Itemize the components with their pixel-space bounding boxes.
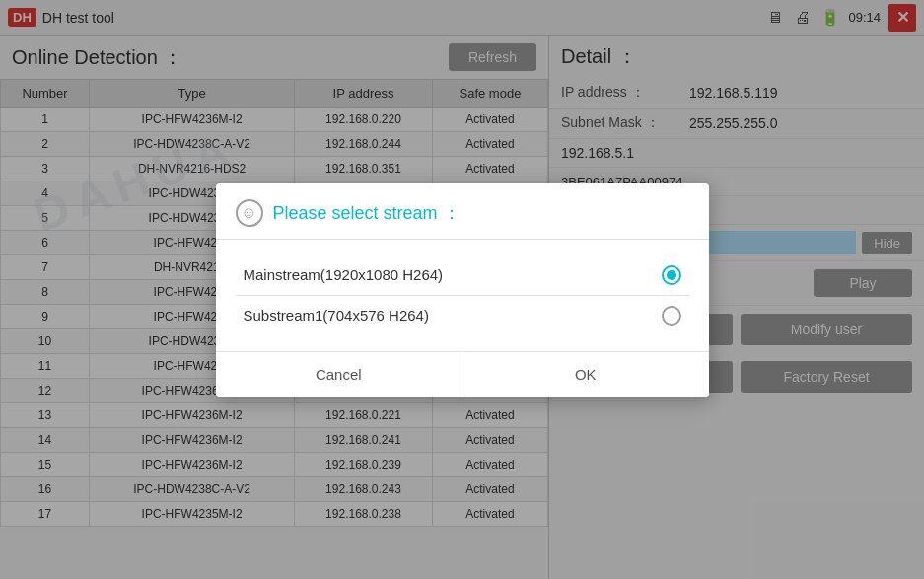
mainstream-radio[interactable] — [662, 265, 681, 285]
substream-radio[interactable] — [662, 306, 681, 326]
modal-overlay: ☺ Please select stream ： Mainstream(1920… — [0, 0, 924, 579]
substream-label: Substream1(704x576 H264) — [244, 307, 429, 324]
mainstream-label: Mainstream(1920x1080 H264) — [244, 266, 444, 283]
substream-option[interactable]: Substream1(704x576 H264) — [236, 296, 689, 335]
modal-icon: ☺ — [236, 199, 263, 227]
modal-header: ☺ Please select stream ： — [216, 183, 709, 240]
mainstream-option[interactable]: Mainstream(1920x1080 H264) — [236, 255, 689, 295]
stream-select-modal: ☺ Please select stream ： Mainstream(1920… — [216, 183, 709, 397]
modal-title: Please select stream ： — [273, 201, 461, 225]
modal-body: Mainstream(1920x1080 H264) Substream1(70… — [216, 240, 709, 351]
ok-button[interactable]: OK — [462, 352, 709, 397]
cancel-button[interactable]: Cancel — [216, 352, 463, 397]
modal-footer: Cancel OK — [216, 351, 709, 397]
